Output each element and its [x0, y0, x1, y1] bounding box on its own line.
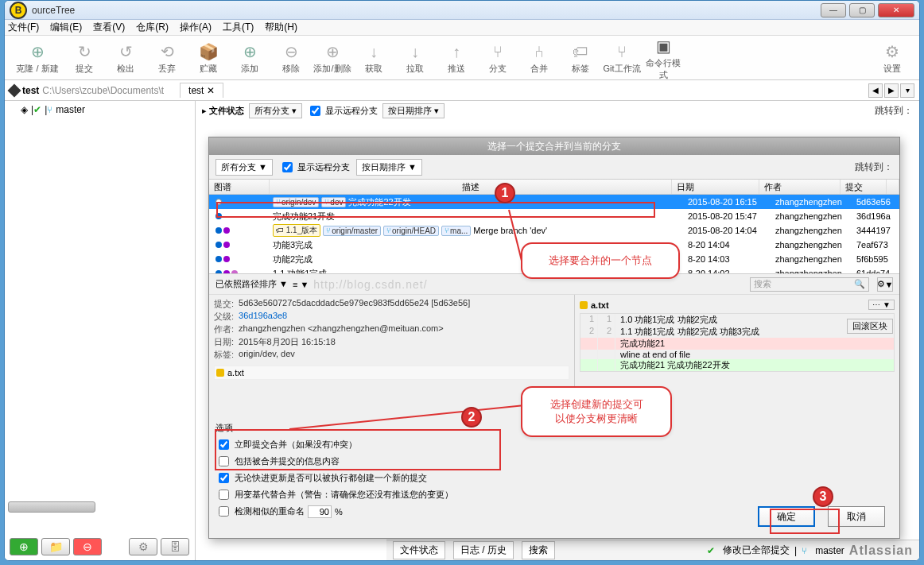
status-branch-icon: ⑂ — [802, 546, 807, 555]
close-button[interactable]: ✕ — [878, 3, 914, 17]
parent-link[interactable]: 36d196a3e8 — [239, 311, 287, 323]
commit-row[interactable]: 🏷 1.1_版本 ⑂origin/master ⑂origin/HEAD ⑂ma… — [209, 223, 899, 238]
repo-remove-button[interactable]: ⊖ — [73, 538, 102, 555]
file-modified-icon — [216, 369, 224, 377]
tab-label: test — [188, 85, 204, 96]
repo-tab[interactable]: test ✕ — [180, 83, 223, 98]
hdr-desc[interactable]: 描述 — [270, 180, 672, 194]
menu-file[interactable]: 文件(F) — [8, 21, 39, 34]
diff-menu-button[interactable]: ⋯ ▼ — [868, 300, 895, 310]
menu-repo[interactable]: 仓库(R) — [136, 21, 169, 34]
repo-header: test C:\Users\zcube\Documents\t test ✕ ◀… — [5, 80, 919, 101]
dlg-sort-select[interactable]: 按日期排序 ▼ — [356, 159, 422, 176]
tool-推送[interactable]: ↑推送 — [436, 41, 477, 75]
hdr-sha[interactable]: 提交 — [841, 180, 887, 194]
maximize-button[interactable]: ▢ — [849, 3, 875, 17]
tool-标签[interactable]: 🏷标签 — [560, 41, 601, 75]
tool-icon: ⊖ — [270, 41, 312, 63]
menu-edit[interactable]: 编辑(E) — [50, 21, 82, 34]
tool-提交[interactable]: ↻提交 — [64, 41, 105, 75]
path-sort-select[interactable]: 已依照路径排序 ▼ — [215, 278, 288, 290]
tool-添加[interactable]: ⊕添加 — [229, 41, 270, 75]
repo-add-button[interactable]: ⊕ — [10, 538, 38, 555]
minimize-button[interactable]: — — [821, 3, 846, 17]
tool-icon: ↺ — [105, 41, 146, 63]
tool-合并[interactable]: ⑃合并 — [518, 41, 560, 75]
menu-action[interactable]: 操作(A) — [180, 21, 212, 34]
merge-dialog: 选择一个提交合并到当前的分支 所有分支 ▼ 显示远程分支 按日期排序 ▼ 跳转到… — [208, 137, 900, 539]
tool-丢弃[interactable]: ⟲丢弃 — [146, 41, 188, 75]
tool-icon: ▣ — [643, 35, 684, 57]
tab-next-button[interactable]: ▶ — [884, 83, 899, 98]
dialog-title: 选择一个提交合并到当前的分支 — [209, 137, 899, 155]
statusbar: 文件状态 日志 / 历史 搜索 ✔ 修改已全部提交 | ⑂ master Atl… — [386, 540, 919, 560]
check-icon: ✔ — [33, 104, 41, 115]
changed-file-row[interactable]: a.txt — [214, 366, 569, 380]
tool-icon: ⟲ — [146, 41, 188, 63]
tool-icon: ⊕ — [229, 41, 270, 63]
tab-list-button[interactable]: ▾ — [900, 83, 914, 98]
opt-rebase[interactable] — [219, 490, 229, 500]
tool-克隆 / 新建[interactable]: ⊕克隆 / 新建 — [11, 41, 64, 75]
tool-Git工作流[interactable]: ⑂Git工作流 — [601, 41, 643, 75]
sidebar-branch-master[interactable]: ◈ | ✔ | ⑂ master — [5, 101, 195, 118]
hdr-author[interactable]: 作者 — [759, 180, 841, 194]
repo-settings-button[interactable]: ⚙ — [129, 538, 157, 555]
file-name: a.txt — [227, 368, 244, 377]
search-icon: 🔍 — [854, 279, 865, 289]
sidebar-scrollbar[interactable] — [8, 501, 95, 513]
dlg-show-remote-checkbox[interactable] — [282, 162, 293, 172]
tab-close-icon[interactable]: ✕ — [207, 85, 215, 96]
menu-view[interactable]: 查看(V) — [93, 21, 125, 34]
sidebar: ◈ | ✔ | ⑂ master ⊕ 📁 ⊖ ⚙ 🗄 — [5, 101, 196, 560]
show-remote-checkbox[interactable] — [310, 106, 320, 116]
annotation-box-row — [216, 202, 655, 218]
tool-检出[interactable]: ↺检出 — [105, 41, 146, 75]
opt-no-ff[interactable] — [219, 473, 229, 483]
menubar: 文件(F) 编辑(E) 查看(V) 仓库(R) 操作(A) 工具(T) 帮助(H… — [5, 20, 919, 36]
hdr-date[interactable]: 日期 — [672, 180, 759, 194]
window-title: ourceTree — [32, 5, 75, 16]
tool-settings[interactable]: ⚙设置 — [872, 41, 913, 75]
hdr-graph[interactable]: 图谱 — [209, 180, 270, 194]
jump-label: 跳转到： — [875, 104, 913, 118]
brand-label: Atlassian — [849, 544, 913, 558]
repo-db-button[interactable]: 🗄 — [161, 538, 189, 555]
branch-icon: ⑂ — [47, 105, 52, 114]
titlebar: B ourceTree — ▢ ✕ — [5, 1, 919, 20]
tool-icon: ↓ — [394, 41, 436, 63]
annotation-box-options — [215, 429, 501, 470]
tool-获取[interactable]: ↓获取 — [353, 41, 394, 75]
section-filestate[interactable]: 文件状态 — [209, 106, 244, 115]
show-remote-label: 显示远程分支 — [325, 105, 378, 117]
branch-filter[interactable]: 所有分支 ▾ — [249, 103, 302, 118]
tool-拉取[interactable]: ↓拉取 — [394, 41, 436, 75]
tool-添加/删除[interactable]: ⊕添加/删除 — [312, 41, 353, 75]
sb-search-button[interactable]: 搜索 — [522, 541, 555, 559]
sb-file-button[interactable]: 文件状态 — [393, 541, 445, 559]
sb-history-button[interactable]: 日志 / 历史 — [453, 541, 514, 559]
sort-select[interactable]: 按日期排序 ▾ — [382, 103, 445, 118]
tool-命令行模式[interactable]: ▣命令行模式 — [643, 35, 684, 81]
toolbar: ⊕克隆 / 新建↻提交↺检出⟲丢弃📦贮藏⊕添加⊖移除⊕添加/删除↓获取↓拉取↑推… — [5, 36, 919, 80]
branch-name: master — [56, 104, 85, 115]
view-mode-button[interactable]: ≡ ▼ — [293, 280, 309, 289]
dlg-branch-filter[interactable]: 所有分支 ▼ — [215, 159, 273, 176]
commit-details: 提交:5d63e560727c5dacddadc5e979ec983f5dd65… — [209, 295, 575, 430]
search-input[interactable]: 搜索🔍 — [750, 277, 869, 292]
rename-percent-input[interactable] — [308, 505, 332, 518]
opt-detect-rename[interactable] — [219, 506, 229, 517]
menu-tools[interactable]: 工具(T) — [223, 21, 254, 34]
settings-gear-button[interactable]: ⚙▼ — [877, 277, 893, 292]
status-pushed: 修改已全部提交 — [723, 544, 790, 557]
tool-移除[interactable]: ⊖移除 — [270, 41, 312, 75]
menu-help[interactable]: 帮助(H) — [265, 21, 297, 34]
tool-icon: ⑂ — [601, 41, 643, 63]
annotation-circle-3: 3 — [813, 486, 833, 507]
tab-prev-button[interactable]: ◀ — [868, 83, 883, 98]
tool-分支[interactable]: ⑂分支 — [477, 41, 518, 75]
rollback-button[interactable]: 回滚区块 — [847, 319, 893, 334]
badge-b: B — [10, 2, 27, 19]
tool-贮藏[interactable]: 📦贮藏 — [188, 41, 229, 75]
repo-folder-button[interactable]: 📁 — [41, 538, 70, 555]
